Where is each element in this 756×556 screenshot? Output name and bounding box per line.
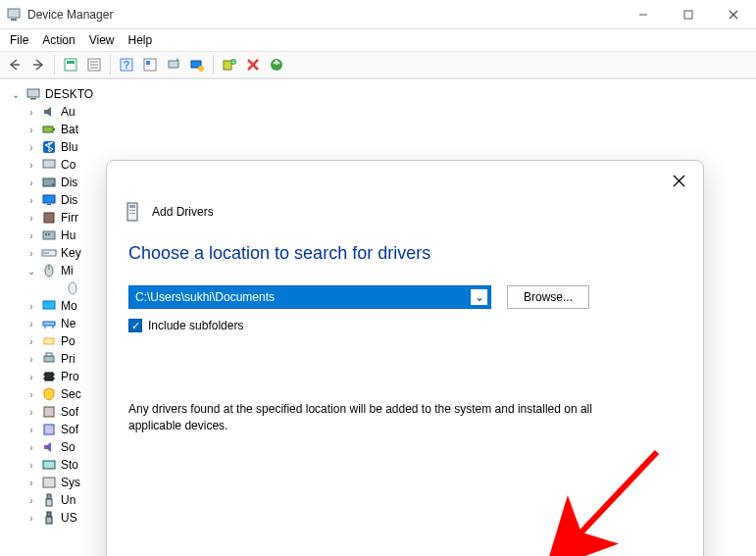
tree-item[interactable]: ›Bat [4, 121, 752, 138]
tree-item-label: Dis [61, 176, 77, 189]
tree-item[interactable]: ›Au [4, 103, 752, 121]
tree-item-label: Sys [61, 476, 80, 489]
menu-action[interactable]: Action [42, 33, 75, 47]
back-button[interactable] [4, 54, 25, 76]
separator [213, 55, 214, 75]
path-combobox[interactable]: ⌄ [128, 285, 491, 309]
menu-view[interactable]: View [89, 33, 115, 47]
device-manager-icon [6, 7, 22, 23]
svg-rect-65 [46, 499, 52, 506]
add-driver-button[interactable]: + [219, 54, 240, 76]
browse-button[interactable]: Browse... [507, 285, 589, 309]
svg-rect-55 [45, 373, 53, 380]
update-driver-button[interactable] [186, 54, 208, 76]
svg-rect-60 [44, 407, 54, 417]
expand-icon[interactable]: › [25, 372, 37, 382]
expand-icon[interactable]: › [25, 389, 37, 400]
tree-item-label: US [61, 511, 77, 525]
tree-item-label: Un [61, 493, 76, 507]
show-hidden-button[interactable] [60, 54, 81, 76]
expand-icon[interactable]: › [25, 230, 37, 241]
svg-rect-66 [47, 512, 51, 517]
expand-icon[interactable]: › [25, 495, 37, 506]
expand-icon[interactable]: › [25, 160, 37, 171]
expand-icon[interactable]: › [25, 513, 37, 524]
tree-item-label: Bat [61, 123, 78, 136]
svg-rect-40 [48, 233, 50, 235]
tree-item-label: Co [61, 158, 76, 172]
tree-item-label: Firr [61, 211, 78, 225]
tree-root-label: DESKTO [45, 87, 93, 101]
svg-rect-52 [44, 338, 54, 344]
help-button[interactable]: ? [116, 54, 137, 76]
tree-item-label: Sof [61, 423, 78, 436]
svg-rect-64 [47, 494, 51, 499]
disk-icon [41, 175, 57, 190]
svg-rect-67 [46, 517, 52, 524]
expand-icon[interactable]: › [25, 425, 37, 435]
network-icon [41, 316, 57, 331]
expand-icon[interactable]: › [25, 213, 37, 224]
collapse-icon[interactable]: ⌄ [10, 89, 22, 100]
port-icon [41, 333, 57, 349]
tree-item-label: Au [61, 105, 76, 119]
tree-root[interactable]: ⌄ DESKTO [4, 85, 752, 103]
hid-icon [41, 227, 57, 243]
expand-icon[interactable]: › [25, 407, 37, 418]
include-subfolders-row[interactable]: ✓ Include subfolders [128, 319, 681, 332]
audio-icon [41, 104, 57, 120]
dialog-close-button[interactable] [664, 169, 693, 192]
svg-rect-0 [8, 9, 20, 18]
tree-item-label: Pro [61, 370, 79, 383]
computer-icon [41, 157, 57, 173]
include-subfolders-checkbox[interactable]: ✓ [128, 319, 142, 332]
tree-item-label: Po [61, 334, 76, 348]
path-input[interactable] [128, 285, 491, 309]
tree-item-label: Dis [61, 193, 77, 207]
svg-rect-72 [129, 210, 135, 211]
expand-icon[interactable]: › [25, 177, 37, 188]
svg-rect-61 [44, 425, 54, 434]
menu-file[interactable]: File [10, 33, 28, 47]
add-drivers-dialog: Add Drivers Choose a location to search … [106, 160, 704, 556]
expand-icon[interactable]: › [25, 442, 37, 453]
usb-icon [41, 492, 57, 508]
expand-icon[interactable]: › [25, 354, 37, 365]
usb2-icon [41, 510, 57, 526]
include-subfolders-label: Include subfolders [148, 319, 243, 332]
expand-icon[interactable]: › [25, 478, 37, 488]
close-button[interactable] [711, 0, 756, 29]
mouse-dev-icon [65, 280, 80, 296]
expand-icon[interactable]: › [25, 301, 37, 312]
tree-item-label: Ne [61, 317, 76, 330]
tree-item-label: Pri [61, 352, 76, 366]
minimize-button[interactable] [621, 0, 666, 29]
expand-icon[interactable]: › [25, 142, 37, 153]
expand-icon[interactable]: › [25, 460, 37, 471]
expand-icon[interactable]: ⌄ [25, 266, 37, 277]
svg-rect-54 [46, 353, 52, 356]
software-icon [41, 404, 57, 420]
software2-icon [41, 422, 57, 437]
uninstall-device-button[interactable] [242, 54, 264, 76]
tree-item-label: So [61, 440, 76, 454]
keyboard-icon [41, 245, 57, 261]
expand-icon[interactable]: › [25, 195, 37, 206]
enable-device-button[interactable] [266, 54, 287, 76]
separator [110, 55, 111, 75]
expand-icon[interactable]: › [25, 248, 37, 259]
tool-5[interactable] [139, 54, 161, 76]
svg-rect-3 [684, 11, 692, 19]
tree-item[interactable]: ›Blu [4, 138, 752, 156]
forward-button[interactable] [27, 54, 49, 76]
properties-button[interactable] [83, 54, 105, 76]
menu-help[interactable]: Help [128, 33, 153, 47]
scan-hardware-button[interactable] [163, 54, 184, 76]
svg-rect-8 [65, 59, 76, 71]
expand-icon[interactable]: › [25, 336, 37, 347]
tree-item-label: Sof [61, 405, 78, 419]
expand-icon[interactable]: › [25, 125, 37, 135]
expand-icon[interactable]: › [25, 319, 37, 329]
expand-icon[interactable]: › [25, 107, 37, 118]
maximize-button[interactable] [666, 0, 711, 29]
